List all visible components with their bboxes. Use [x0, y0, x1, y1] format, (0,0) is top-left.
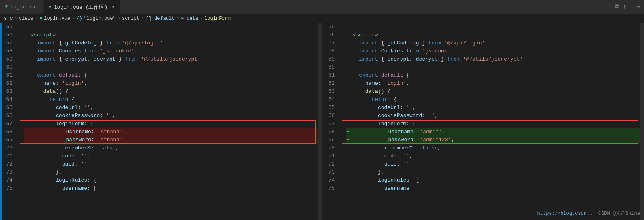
vue-icon: ▼: [5, 4, 8, 10]
line-num-61: 61: [0, 71, 16, 80]
r-code-line-72: uuid: '': [346, 160, 644, 168]
line-num-67: 67: [0, 120, 16, 128]
r-code-line-68-added: + username: 'admin',: [346, 128, 644, 136]
r-line-num-62: 62: [322, 80, 338, 88]
right-scrollbar[interactable]: [640, 23, 644, 220]
line-num-72: 72: [0, 160, 16, 168]
r-code-line-62: name: 'Login',: [346, 80, 644, 88]
vue-icon-2: ▼: [48, 4, 51, 10]
code-line-65: codeUrl: '',: [24, 104, 322, 112]
line-num-60: 60: [0, 63, 16, 71]
line-num-55: 55: [0, 23, 16, 31]
r-line-num-56: 56: [322, 31, 338, 39]
right-code-content: <script> import { getCodeImg } from '@/a…: [342, 23, 644, 220]
breadcrumb: src › views › ▼ login.vue › {} "login.vu…: [0, 14, 644, 23]
code-line-56: <script>: [24, 31, 322, 39]
line-num-71: 71: [0, 152, 16, 160]
code-line-68-deleted: - username: 'Athena',: [24, 128, 322, 136]
right-line-numbers: 55 56 57 58 59 60 61 62 63 64 65 66 67 6…: [322, 23, 342, 220]
code-line-55: [24, 23, 322, 31]
r-line-num-68: 68: [322, 128, 338, 136]
csdn-url: https://blog.csdn...: [537, 211, 596, 216]
left-editor-pane: 55 56 57 58 59 60 61 62 63 64 65 66 67 6…: [0, 23, 322, 220]
r-line-num-75: 75: [322, 184, 338, 193]
line-num-75: 75: [0, 184, 16, 193]
line-num-64: 64: [0, 96, 16, 104]
left-code-content: <script> import { getCodeImg } from '@/a…: [20, 23, 322, 220]
breadcrumb-src: src: [4, 16, 13, 21]
line-num-70: 70: [0, 144, 16, 152]
r-code-line-70: rememberMe: false,: [346, 144, 644, 152]
r-line-num-57: 57: [322, 39, 338, 47]
split-editor-icon[interactable]: ⧉: [615, 3, 619, 10]
r-code-line-75: username: [: [346, 184, 644, 193]
tab-actions: ⧉ ↑ ↓ ⋯: [615, 3, 644, 11]
code-line-72: uuid: '': [24, 160, 322, 168]
editor-container: ▼ login.vue ▼ login.vue (工作区) ✕ ⧉ ↑ ↓ ⋯ …: [0, 0, 644, 220]
breadcrumb-sep1: ›: [15, 16, 17, 21]
breadcrumb-obj1: {}: [76, 16, 82, 21]
line-num-73: 73: [0, 168, 16, 176]
line-num-66: 66: [0, 112, 16, 120]
r-code-line-55: [346, 23, 644, 31]
breadcrumb-sep7: ›: [200, 16, 203, 21]
code-line-67: loginForm: {: [24, 120, 322, 128]
line-num-74: 74: [0, 176, 16, 184]
r-line-num-72: 72: [322, 160, 338, 168]
breadcrumb-sep4: ›: [117, 16, 120, 21]
code-line-75: username: [: [24, 184, 322, 193]
code-line-62: name: 'Login',: [24, 80, 322, 88]
line-num-65: 65: [0, 104, 16, 112]
r-code-line-73: },: [346, 168, 644, 176]
r-line-num-63: 63: [322, 88, 338, 96]
line-num-62: 62: [0, 80, 16, 88]
r-code-line-60: [346, 63, 644, 71]
line-num-56: 56: [0, 31, 16, 39]
breadcrumb-sep5: ›: [141, 16, 144, 21]
tab-close-button[interactable]: ✕: [111, 4, 115, 10]
r-line-num-70: 70: [322, 144, 338, 152]
code-line-63: data() {: [24, 88, 322, 96]
breadcrumb-loginform: loginForm: [204, 16, 231, 21]
r-line-num-60: 60: [322, 63, 338, 71]
breadcrumb-vue-icon: ▼: [40, 16, 42, 21]
tab-login-vue[interactable]: ▼ login.vue: [0, 0, 44, 14]
r-line-num-71: 71: [322, 152, 338, 160]
arrow-down-icon[interactable]: ↓: [629, 4, 633, 10]
line-num-63: 63: [0, 88, 16, 96]
r-code-line-74: loginRules: {: [346, 176, 644, 184]
r-code-line-56: <script>: [346, 31, 644, 39]
breadcrumb-data: ⊙ data: [181, 15, 198, 21]
left-scrollbar[interactable]: [318, 23, 322, 220]
r-code-line-65: codeUrl: '',: [346, 104, 644, 112]
r-line-num-65: 65: [322, 104, 338, 112]
code-line-70: rememberMe: false,: [24, 144, 322, 152]
tab-login-vue-working[interactable]: ▼ login.vue (工作区) ✕: [44, 0, 120, 14]
code-line-69-deleted: - password: 'athena',: [24, 136, 322, 144]
r-code-line-61: export default {: [346, 71, 644, 80]
left-code-area: 55 56 57 58 59 60 61 62 63 64 65 66 67 6…: [0, 23, 322, 220]
breadcrumb-loginvue: "login.vue": [84, 16, 116, 21]
breadcrumb-sep3: ›: [72, 16, 75, 21]
r-line-num-66: 66: [322, 112, 338, 120]
r-line-num-64: 64: [322, 96, 338, 104]
code-line-57: import { getCodeImg } from '@/api/login': [24, 39, 322, 47]
more-icon[interactable]: ⋯: [636, 3, 640, 11]
arrow-up-icon[interactable]: ↑: [623, 4, 626, 10]
r-line-num-58: 58: [322, 47, 338, 55]
r-line-num-61: 61: [322, 71, 338, 80]
tab2-label: login.vue (工作区): [54, 4, 108, 11]
code-line-66: cookiePassword: '',: [24, 112, 322, 120]
right-editor-pane: 55 56 57 58 59 60 61 62 63 64 65 66 67 6…: [322, 23, 644, 220]
r-line-num-73: 73: [322, 168, 338, 176]
right-code-area: 55 56 57 58 59 60 61 62 63 64 65 66 67 6…: [322, 23, 644, 220]
code-line-59: import { encrypt, decrypt } from '@/util…: [24, 55, 322, 63]
r-code-line-66: cookiePassword: '',: [346, 112, 644, 120]
r-line-num-74: 74: [322, 176, 338, 184]
line-num-58: 58: [0, 47, 16, 55]
line-num-68: 68: [0, 128, 16, 136]
r-code-line-57: import { getCodeImg } from '@/api/login': [346, 39, 644, 47]
left-line-numbers: 55 56 57 58 59 60 61 62 63 64 65 66 67 6…: [0, 23, 20, 220]
code-line-74: loginRules: {: [24, 176, 322, 184]
r-line-num-59: 59: [322, 55, 338, 63]
